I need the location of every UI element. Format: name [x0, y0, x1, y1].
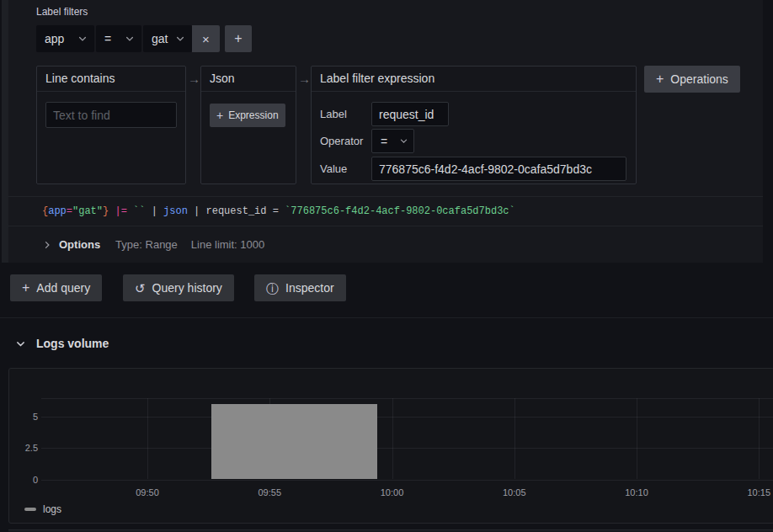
x-tick-label: 09:50 — [126, 487, 168, 498]
operation-title: Json — [210, 72, 235, 85]
label-filter-value-value: gat — [152, 32, 168, 45]
history-icon: ↺ — [135, 282, 146, 295]
gridline — [41, 448, 773, 449]
label-filter-operator-value: = — [104, 32, 111, 45]
operation-json: Json + Expression — [200, 66, 296, 184]
gridline — [392, 398, 393, 480]
logs-volume-title: Logs volume — [36, 337, 109, 350]
query-token-label: app — [48, 205, 67, 217]
inspector-button[interactable]: ⓘ Inspector — [254, 274, 346, 301]
arrow-right-icon: → — [298, 72, 310, 86]
legend-swatch-logs — [24, 508, 36, 511]
gridline — [514, 398, 515, 480]
logs-volume-section-toggle[interactable]: Logs volume — [15, 331, 109, 356]
logs-volume-chart: 02.5509:5009:5510:0010:0510:1010:15 — [9, 369, 773, 500]
query-token-parser: json — [163, 205, 188, 217]
legend-label-logs[interactable]: logs — [43, 503, 61, 515]
x-tick-label: 10:00 — [371, 487, 413, 498]
gridline — [147, 398, 148, 480]
arrow-right-icon: → — [188, 72, 200, 86]
add-query-button[interactable]: + Add query — [10, 274, 102, 301]
info-icon: ⓘ — [266, 282, 279, 295]
options-label: Options — [59, 238, 100, 251]
query-token-plain: | — [188, 205, 206, 217]
operations-button[interactable]: + Operations — [644, 66, 740, 93]
query-token-plain: request_id = — [205, 205, 285, 217]
chevron-right-icon — [42, 240, 52, 250]
section-divider — [0, 317, 773, 318]
line-contains-input[interactable] — [45, 102, 177, 128]
chevron-down-icon — [15, 338, 26, 349]
add-label-filter-button[interactable]: + — [225, 25, 252, 52]
x-tick-label: 09:55 — [248, 487, 291, 498]
plus-icon: + — [22, 281, 29, 295]
y-tick-label: 2.5 — [9, 442, 38, 454]
logs-volume-bar[interactable] — [211, 404, 378, 479]
remove-label-filter-button[interactable]: × — [192, 25, 220, 52]
chevron-down-icon — [399, 136, 408, 146]
operation-line-contains: Line contains — [36, 66, 186, 184]
gridline — [759, 398, 760, 480]
options-type: Type: Range — [115, 238, 178, 251]
label-filters-title: Label filters — [36, 6, 88, 18]
gridline — [41, 417, 773, 418]
label-filter-value-select[interactable]: gat — [143, 25, 192, 52]
pane-resize-handle[interactable] — [2, 0, 8, 263]
operation-title: Label filter expression — [320, 72, 434, 85]
query-token-string: "gat" — [72, 205, 103, 217]
value-field-input[interactable] — [371, 157, 626, 181]
label-field-label: Label — [320, 102, 347, 126]
y-tick-label: 0 — [9, 474, 38, 486]
plus-icon: + — [656, 72, 664, 86]
operation-header: Line contains — [37, 66, 185, 92]
query-preview: {app="gat"} |= `` | json | request_id = … — [8, 196, 763, 226]
value-field-label: Value — [320, 157, 347, 181]
query-token-op: = — [67, 205, 72, 217]
label-filter-operator-select[interactable]: = — [96, 25, 141, 52]
operation-title: Line contains — [45, 72, 115, 85]
x-tick-label: 10:05 — [493, 487, 536, 498]
label-field-input[interactable] — [371, 102, 449, 126]
operator-field-select[interactable]: = — [371, 129, 414, 153]
close-icon: × — [202, 32, 210, 46]
query-token-plain: | — [145, 205, 163, 217]
query-preview-text: {app="gat"} |= `` | json | request_id = … — [42, 205, 515, 217]
plus-icon: + — [234, 32, 242, 45]
add-expression-button[interactable]: + Expression — [210, 104, 285, 127]
chevron-down-icon — [125, 34, 135, 44]
operation-header: Label filter expression — [312, 66, 636, 92]
gridline — [637, 398, 637, 480]
legend: logs — [24, 501, 61, 518]
label-filter-key-select[interactable]: app — [36, 25, 94, 52]
operator-field-label: Operator — [320, 129, 363, 153]
gridline — [41, 480, 773, 481]
query-token-plain — [127, 205, 133, 217]
plus-icon: + — [216, 109, 223, 121]
options-line-limit: Line limit: 1000 — [191, 238, 264, 251]
gridline — [41, 398, 773, 399]
operation-header: Json — [201, 66, 296, 92]
logs-volume-panel: 02.5509:5009:5510:0010:0510:1010:15 logs — [8, 368, 773, 524]
x-tick-label: 10:10 — [616, 487, 658, 498]
query-token-string: `` — [133, 205, 145, 217]
label-filter-key-value: app — [45, 32, 64, 45]
operation-label-filter-expression: Label filter expression Label Operator =… — [311, 66, 637, 184]
query-editor: Label filters app = gat × + Line contain… — [8, 0, 763, 263]
query-history-button[interactable]: ↺ Query history — [123, 274, 234, 301]
chevron-down-icon — [77, 34, 88, 44]
query-token-string: `776875c6-f4d2-4acf-9802-0cafa5d7bd3c` — [285, 205, 515, 217]
options-row-toggle[interactable]: Options Type: Range Line limit: 1000 — [8, 226, 763, 263]
x-tick-label: 10:15 — [738, 487, 773, 498]
chevron-down-icon — [175, 34, 185, 44]
y-tick-label: 5 — [9, 411, 38, 423]
query-token-op: |= — [115, 205, 126, 217]
